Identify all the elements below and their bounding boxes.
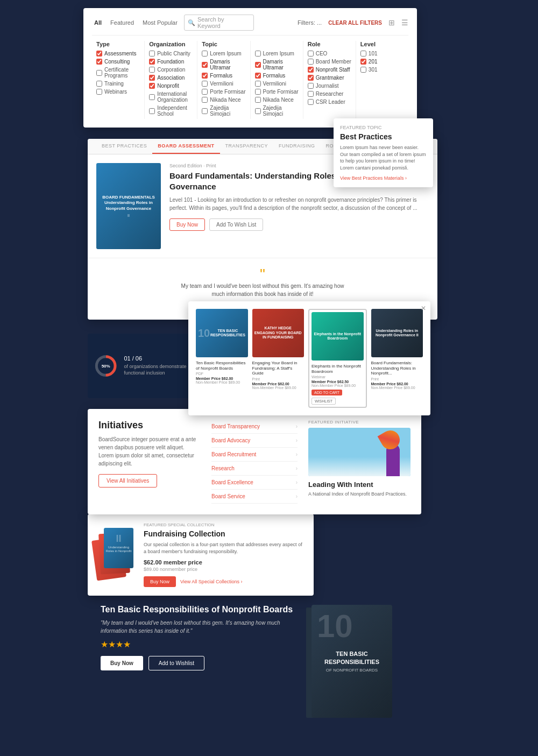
book-cover-3: Elephants in the Nonprofit Boardroom — [312, 312, 364, 361]
filter-international[interactable]: International Organization — [149, 91, 193, 103]
filter-journalist[interactable]: Journalist — [308, 83, 351, 89]
buy-now-button[interactable]: Buy Now — [169, 218, 205, 231]
tab-best-practices[interactable]: BEST PRACTICES — [96, 139, 152, 154]
collection-actions: Buy Now View All Special Collections › — [144, 576, 305, 587]
filter-t-damaris[interactable]: Damaris Ultramar — [202, 59, 245, 70]
topic-col-title: Topic — [202, 41, 245, 47]
search-icon: 🔍 — [188, 19, 195, 26]
add-to-cart-button[interactable]: ADD TO CART — [312, 390, 342, 395]
featured-topic-box: Featured Topic Best Practices Lorem Ipsu… — [334, 118, 433, 187]
bottom-feature-quote: "My team and I would've been lost withou… — [101, 619, 299, 635]
filter-t2-vermilioni[interactable]: Vermilioni — [255, 81, 299, 87]
filter-researcher[interactable]: Researcher — [308, 91, 351, 97]
initiative-link-service[interactable]: Board Service › — [211, 490, 298, 504]
grid-view-icon[interactable]: ⊞ — [388, 18, 395, 27]
initiative-link-research[interactable]: Research › — [211, 462, 298, 476]
filter-association[interactable]: Association — [149, 75, 193, 81]
featured-topic-link[interactable]: View Best Practices Materials › — [340, 175, 427, 181]
filter-panel: All Featured Most Popular 🔍 Search by Ke… — [83, 8, 417, 128]
initiatives-left: Initiatives BoardSource integer posuere … — [98, 420, 201, 504]
add-to-wishlist-button[interactable]: Add To Wish List — [209, 218, 263, 231]
filter-t-lorem[interactable]: Lorem Ipsum — [202, 51, 245, 56]
tab-most-popular[interactable]: Most Popular — [140, 18, 180, 27]
filter-certificate[interactable]: Certificate Programs — [96, 67, 140, 79]
list-view-icon[interactable]: ☰ — [401, 18, 408, 27]
clear-all-filters[interactable]: CLEAR ALL FILTERS — [328, 20, 382, 26]
filter-301[interactable]: 301 — [360, 67, 404, 73]
filter-t2-zajedija[interactable]: Zajedija Simojaci — [255, 105, 299, 117]
filter-independent[interactable]: Independent School — [149, 105, 193, 117]
collection-nonmember-price: $89.00 nonmember price — [144, 567, 305, 572]
filter-ceo[interactable]: CEO — [308, 51, 351, 56]
initiatives-right: FEATURED INITIATIVE Leading With Intent … — [308, 420, 410, 504]
featured-initiative-desc: A National Index of Nonprofit Board Prac… — [308, 491, 410, 498]
arrow-icon: › — [296, 465, 298, 471]
filter-201[interactable]: 201 — [360, 59, 404, 65]
filter-assessments[interactable]: Assessments — [96, 51, 140, 56]
filter-t2-porte[interactable]: Porte Formisar — [255, 89, 299, 95]
filter-101[interactable]: 101 — [360, 51, 404, 56]
book-4-nonmember-price: Non-Member Price $89.00 — [371, 386, 423, 390]
filter-t2-lorem[interactable]: Lorem Ipsum — [255, 51, 299, 56]
filter-nonprofit-staff[interactable]: Nonprofit Staff — [308, 67, 351, 73]
filter-foundation[interactable]: Foundation — [149, 59, 193, 65]
initiative-link-excellence[interactable]: Board Excellence › — [211, 476, 298, 490]
carousel-item-4: Understanding Roles in Nonprofit Governa… — [371, 309, 423, 408]
initiative-link-transparency[interactable]: Board Transparency › — [211, 420, 298, 434]
keyword-search-box[interactable]: 🔍 Search by Keyword — [184, 15, 254, 31]
tab-board-assessment[interactable]: BOARD ASSESSMENT — [152, 139, 220, 154]
collection-content: Featured Special Collection Fundraising … — [144, 522, 305, 587]
view-all-initiatives-button[interactable]: View All Initiatives — [98, 474, 157, 487]
book-actions: Buy Now Add To Wish List — [169, 218, 429, 231]
filter-t2-formalus[interactable]: Formalus — [255, 73, 299, 79]
filter-t-nikada[interactable]: Nikada Nece — [202, 97, 245, 103]
filter-training[interactable]: Training — [96, 81, 140, 87]
bottom-wishlist-button[interactable]: Add to Wishlist — [148, 656, 204, 670]
tab-fundraising[interactable]: FUNDRAISING — [273, 139, 321, 154]
filter-csr-leader[interactable]: CSR Leader — [308, 99, 351, 105]
cover-main-title: Understanding Roles in Nonprofit Governa… — [101, 200, 157, 211]
initiative-advocacy-label: Board Advocacy — [211, 437, 250, 443]
initiatives-links: Board Transparency › Board Advocacy › Bo… — [211, 420, 298, 504]
org-col-title: Organization — [149, 41, 193, 47]
filter-public-charity[interactable]: Public Charity — [149, 51, 193, 56]
book-2-type: Print — [252, 377, 305, 381]
filter-grantmaker[interactable]: Grantmaker — [308, 75, 351, 81]
filter-corporation[interactable]: Corporation — [149, 67, 193, 73]
bottom-buy-button[interactable]: Buy Now — [101, 656, 143, 670]
carousel-item-2: KATHY HEDGE ENGAGING YOUR BOARD IN FUNDR… — [252, 309, 305, 408]
svg-text:50%: 50% — [102, 364, 110, 369]
initiative-recruitment-label: Board Recruitment — [211, 451, 256, 457]
tab-all[interactable]: All — [92, 18, 104, 27]
book-3-nonmember-price: Non-Member Price $89.00 — [312, 384, 364, 387]
filter-col-role: Role CEO Board Member Nonprofit Staff Gr… — [303, 41, 356, 119]
collection-desc: Our special collection is a four-part sy… — [144, 541, 305, 555]
filter-consulting[interactable]: Consulting — [96, 59, 140, 65]
book-1-title: Ten Basic Responsibilities of Nonprofit … — [196, 361, 248, 371]
book-2-member-price: Member Price $62.00 — [252, 382, 305, 386]
wishlist-button[interactable]: WISHLIST — [312, 398, 336, 405]
book-2-cover-text: KATHY HEDGE ENGAGING YOUR BOARD IN FUNDR… — [254, 326, 302, 340]
initiative-link-advocacy[interactable]: Board Advocacy › — [211, 434, 298, 448]
collection-buy-button[interactable]: Buy Now — [144, 576, 176, 587]
type-col-title: Type — [96, 41, 140, 47]
filter-t2-damaris[interactable]: Damaris Ultramar — [255, 59, 299, 70]
filter-webinars[interactable]: Webinars — [96, 89, 140, 95]
filter-t-formalus[interactable]: Formalus — [202, 73, 245, 79]
filter-t-vermilioni[interactable]: Vermilioni — [202, 81, 245, 87]
filter-t2-nikada[interactable]: Nikada Nece — [255, 97, 299, 103]
filter-board-member[interactable]: Board Member — [308, 59, 351, 65]
filter-t-porte[interactable]: Porte Formisar — [202, 89, 245, 95]
tab-transparency[interactable]: TRANSPARENCY — [220, 139, 273, 154]
view-collections-link[interactable]: View All Special Collections › — [180, 579, 242, 584]
book-4-member-price: Member Price $62.00 — [371, 382, 423, 386]
carousel-close-icon[interactable]: ✕ — [421, 305, 426, 312]
tab-featured[interactable]: Featured — [108, 18, 136, 27]
filter-nonprofit[interactable]: Nonprofit — [149, 83, 193, 89]
initiative-link-recruitment[interactable]: Board Recruitment › — [211, 448, 298, 462]
cover-subtitle: II — [128, 214, 130, 217]
featured-initiative-title: Leading With Intent — [308, 481, 410, 489]
filter-t-zajedija[interactable]: Zajedija Simojaci — [202, 105, 245, 117]
testimonial-text: My team and I would've been lost without… — [176, 282, 349, 298]
book-3-cover-text: Elephants in the Nonprofit Boardroom — [314, 332, 362, 341]
